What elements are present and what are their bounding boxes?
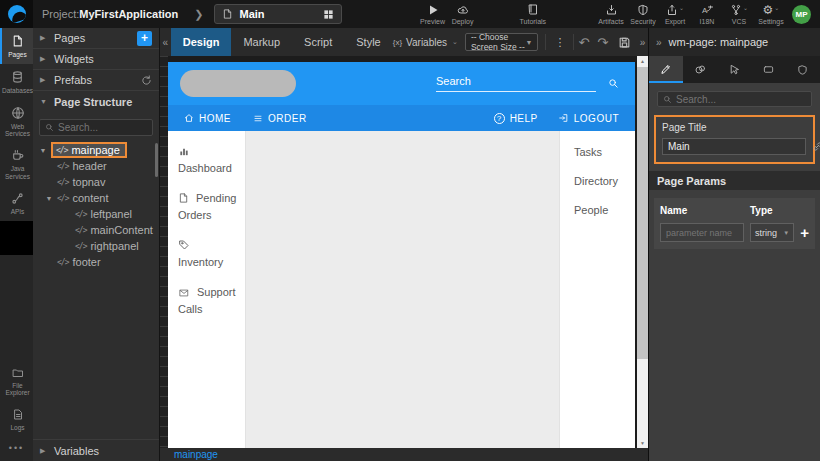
widget-code-icon bbox=[56, 146, 67, 155]
tab-styles[interactable] bbox=[683, 56, 717, 83]
page-title-input[interactable] bbox=[662, 138, 806, 155]
refresh-icon[interactable] bbox=[141, 75, 152, 86]
param-type-select[interactable]: string ▼ bbox=[750, 223, 794, 242]
vcs-button[interactable]: ⌄ VCS bbox=[724, 4, 754, 25]
app-logo[interactable] bbox=[0, 0, 33, 28]
structure-search-input[interactable] bbox=[58, 122, 147, 133]
tree-node-leftpanel[interactable]: leftpanel bbox=[33, 206, 159, 222]
tree-scrollbar[interactable] bbox=[155, 143, 158, 177]
preview-button[interactable]: Preview bbox=[418, 4, 448, 25]
kebab-menu-icon[interactable]: ⋮ bbox=[545, 34, 574, 50]
expanded-arrow-icon[interactable]: ▼ bbox=[39, 147, 47, 154]
log-file-icon bbox=[12, 408, 24, 421]
gear-icon: ⚙ bbox=[763, 4, 774, 16]
bind-link-icon[interactable] bbox=[812, 141, 820, 152]
menu-item-inventory[interactable]: Inventory bbox=[178, 237, 241, 270]
menu-item-support-calls[interactable]: Support Calls bbox=[178, 284, 241, 317]
widget-code-icon bbox=[75, 226, 86, 235]
expanded-arrow-icon: ▼ bbox=[40, 98, 48, 105]
properties-search[interactable] bbox=[657, 91, 812, 107]
column-header-name: Name bbox=[660, 205, 750, 216]
rail-item-pages[interactable]: Pages bbox=[0, 28, 33, 64]
nav-help-link[interactable]: ? HELP bbox=[494, 113, 538, 124]
section-page-structure[interactable]: ▼ Page Structure bbox=[33, 91, 159, 112]
rail-item-databases[interactable]: Databases bbox=[0, 64, 33, 100]
breadcrumb-mainpage[interactable]: mainpage bbox=[174, 449, 218, 460]
tab-script[interactable]: Script bbox=[292, 28, 344, 56]
rail-item-apis[interactable]: APIs bbox=[0, 186, 33, 221]
nav-home-link[interactable]: HOME bbox=[184, 113, 231, 124]
structure-search[interactable] bbox=[39, 119, 153, 136]
tab-style[interactable]: Style bbox=[344, 28, 392, 56]
preview-search-input[interactable]: Search bbox=[436, 75, 596, 92]
add-page-button[interactable]: + bbox=[137, 31, 152, 46]
vertical-ruler bbox=[160, 56, 168, 448]
tree-node-mainpage[interactable]: ▼ mainpage bbox=[33, 142, 159, 158]
user-avatar[interactable]: MP bbox=[792, 5, 811, 24]
rail-item-file-explorer[interactable]: File Explorer bbox=[0, 361, 33, 403]
tab-properties[interactable] bbox=[649, 56, 683, 83]
tab-events[interactable] bbox=[717, 56, 751, 83]
search-icon[interactable] bbox=[608, 78, 619, 89]
nav-logout-link[interactable]: LOGOUT bbox=[558, 113, 619, 124]
variables-dropdown[interactable]: Variables ⌄ bbox=[393, 37, 458, 48]
page-preview-frame[interactable]: Search HOME ORDER bbox=[168, 62, 635, 448]
collapse-panel-icon[interactable]: » bbox=[656, 37, 662, 48]
rail-item-logs[interactable]: Logs bbox=[0, 402, 33, 437]
properties-search-input[interactable] bbox=[676, 94, 806, 105]
pencil-icon bbox=[660, 63, 672, 75]
collapse-left-panel-icon[interactable]: « bbox=[160, 37, 171, 48]
menu-item-tasks[interactable]: Tasks bbox=[574, 146, 635, 158]
settings-button[interactable]: ⚙⌄ Settings bbox=[756, 4, 786, 25]
widget-code-icon bbox=[57, 194, 68, 203]
tree-node-header[interactable]: header bbox=[33, 158, 159, 174]
preview-main-content[interactable] bbox=[246, 131, 559, 448]
tree-node-maincontent[interactable]: mainContent bbox=[33, 222, 159, 238]
artifacts-button[interactable]: Artifacts bbox=[596, 4, 626, 25]
preview-logo-placeholder[interactable] bbox=[180, 70, 296, 97]
tab-device[interactable] bbox=[752, 56, 786, 83]
add-param-button[interactable]: + bbox=[800, 225, 809, 240]
deploy-button[interactable]: Deploy bbox=[448, 4, 478, 25]
preview-header[interactable]: Search bbox=[168, 62, 635, 105]
save-icon[interactable] bbox=[612, 36, 637, 49]
scroll-up-icon[interactable]: ▲ bbox=[637, 56, 648, 66]
menu-item-directory[interactable]: Directory bbox=[574, 175, 635, 187]
tab-markup[interactable]: Markup bbox=[231, 28, 292, 56]
nav-order-link[interactable]: ORDER bbox=[253, 113, 307, 124]
export-button[interactable]: ⌄ Export bbox=[660, 4, 690, 25]
preview-right-menu: Tasks Directory People bbox=[559, 131, 635, 448]
section-variables[interactable]: ▶ Variables bbox=[33, 439, 159, 461]
section-widgets[interactable]: ▶ Widgets bbox=[33, 49, 159, 70]
undo-icon[interactable]: ↶ bbox=[574, 35, 593, 50]
canvas-scrollbar[interactable]: ▲ ▼ bbox=[637, 56, 648, 448]
tree-node-rightpanel[interactable]: rightpanel bbox=[33, 238, 159, 254]
menu-item-people[interactable]: People bbox=[574, 204, 635, 216]
section-prefabs[interactable]: ▶ Prefabs bbox=[33, 70, 159, 91]
tree-node-footer[interactable]: footer bbox=[33, 254, 159, 270]
security-button[interactable]: Security bbox=[628, 4, 658, 25]
tree-node-topnav[interactable]: topnav bbox=[33, 174, 159, 190]
menu-item-dashboard[interactable]: Dashboard bbox=[178, 143, 241, 176]
rail-item-web-services[interactable]: Web Services bbox=[0, 100, 33, 144]
scrollbar-thumb[interactable] bbox=[637, 67, 648, 359]
collapse-right-panel-icon[interactable]: » bbox=[637, 37, 648, 48]
rail-item-java-services[interactable]: Java Services bbox=[0, 143, 33, 186]
tutorials-button[interactable]: Tutorials bbox=[518, 3, 549, 25]
section-pages[interactable]: ▶ Pages + bbox=[33, 28, 159, 49]
more-icon[interactable]: ••• bbox=[0, 437, 33, 461]
page-selector[interactable]: Main bbox=[214, 4, 342, 24]
i18n-button[interactable]: A I18N bbox=[692, 4, 722, 25]
grid-icon[interactable] bbox=[323, 9, 334, 20]
menu-item-pending-orders[interactable]: Pending Orders bbox=[178, 190, 241, 223]
tree-node-content[interactable]: ▼ content bbox=[33, 190, 159, 206]
tab-security[interactable] bbox=[786, 56, 820, 83]
redo-icon[interactable]: ↷ bbox=[593, 35, 612, 50]
selected-node-highlight: mainpage bbox=[51, 142, 127, 158]
scroll-down-icon[interactable]: ▼ bbox=[637, 438, 648, 448]
rail-divider bbox=[0, 221, 33, 255]
screen-size-select[interactable]: -- Choose Screen Size -- ▼ bbox=[465, 33, 539, 51]
tab-design[interactable]: Design bbox=[171, 28, 232, 56]
param-name-input[interactable] bbox=[660, 223, 744, 242]
expanded-arrow-icon[interactable]: ▼ bbox=[45, 195, 53, 202]
